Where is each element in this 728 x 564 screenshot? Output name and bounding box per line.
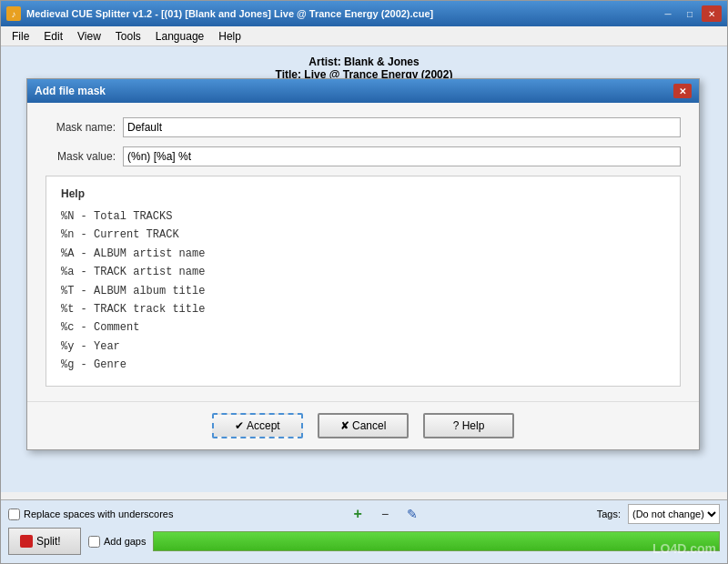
help-item-A: %A - ALBUM artist name bbox=[61, 245, 665, 263]
app-icon: ♪ bbox=[6, 6, 21, 21]
tags-select[interactable]: (Do not change) bbox=[628, 504, 720, 524]
help-section: Help %N - Total TRACKS %n - Current TRAC… bbox=[46, 176, 681, 387]
add-file-mask-dialog: Add file mask ✕ Mask name: Mask value: H… bbox=[26, 78, 700, 450]
dialog-body: Mask name: Mask value: Help %N - Total T… bbox=[27, 103, 699, 401]
help-item-N: %N - Total TRACKS bbox=[61, 207, 665, 226]
dialog-title: Add file mask bbox=[35, 85, 106, 97]
title-bar-controls: ─ □ ✕ bbox=[658, 5, 722, 22]
menu-bar: File Edit View Tools Language Help bbox=[1, 26, 727, 46]
dialog-title-bar: Add file mask ✕ bbox=[27, 79, 699, 103]
add-mask-button[interactable]: + bbox=[348, 504, 368, 524]
mask-name-label: Mask name: bbox=[46, 121, 123, 134]
edit-mask-button[interactable]: ✎ bbox=[402, 504, 422, 524]
title-bar: ♪ Medieval CUE Splitter v1.2 - [(01) [Bl… bbox=[1, 1, 727, 26]
replace-spaces-label: Replace spaces with underscores bbox=[8, 509, 173, 520]
help-item-g: %g - Genre bbox=[61, 356, 665, 374]
menu-file[interactable]: File bbox=[5, 28, 36, 45]
window-close-button[interactable]: ✕ bbox=[702, 5, 722, 22]
split-icon bbox=[20, 535, 33, 548]
split-button[interactable]: Split! bbox=[8, 528, 81, 555]
help-item-y: %y - Year bbox=[61, 337, 665, 356]
menu-help[interactable]: Help bbox=[211, 28, 248, 45]
menu-tools[interactable]: Tools bbox=[108, 28, 148, 45]
minimize-button[interactable]: ─ bbox=[658, 5, 678, 22]
help-item-c: %c - Comment bbox=[61, 318, 665, 337]
help-button[interactable]: ? Help bbox=[423, 413, 514, 438]
mask-value-label: Mask value: bbox=[46, 150, 123, 163]
watermark: LO4D.com bbox=[652, 541, 716, 556]
bottom-row1: Replace spaces with underscores + − ✎ Ta… bbox=[8, 504, 720, 524]
menu-edit[interactable]: Edit bbox=[36, 28, 70, 45]
title-bar-left: ♪ Medieval CUE Splitter v1.2 - [(01) [Bl… bbox=[6, 6, 433, 21]
dialog-close-button[interactable]: ✕ bbox=[673, 84, 692, 98]
remove-mask-button[interactable]: − bbox=[375, 504, 395, 524]
help-item-t: %t - TRACK track title bbox=[61, 300, 665, 318]
progress-bar-container bbox=[153, 531, 720, 551]
accept-button[interactable]: ✔ Accept bbox=[212, 413, 303, 438]
main-window: ♪ Medieval CUE Splitter v1.2 - [(01) [Bl… bbox=[0, 0, 728, 564]
progress-bar bbox=[154, 532, 719, 550]
bottom-row2: Split! Add gaps LO4D.com bbox=[8, 528, 720, 555]
menu-language[interactable]: Language bbox=[148, 28, 211, 45]
mask-value-row: Mask value: bbox=[46, 146, 681, 166]
bottom-bar: Replace spaces with underscores + − ✎ Ta… bbox=[1, 499, 727, 563]
dialog-footer: ✔ Accept ✘ Cancel ? Help bbox=[27, 401, 699, 449]
add-gaps-label: Add gaps bbox=[88, 536, 146, 548]
cancel-button[interactable]: ✘ Cancel bbox=[318, 413, 409, 438]
help-item-a: %a - TRACK artist name bbox=[61, 263, 665, 281]
add-gaps-checkbox[interactable] bbox=[88, 536, 100, 548]
replace-spaces-checkbox[interactable] bbox=[8, 509, 20, 520]
menu-view[interactable]: View bbox=[70, 28, 108, 45]
help-section-title: Help bbox=[61, 187, 665, 200]
help-item-n: %n - Current TRACK bbox=[61, 226, 665, 244]
help-item-T: %T - ALBUM album title bbox=[61, 282, 665, 300]
mask-name-row: Mask name: bbox=[46, 117, 681, 137]
maximize-button[interactable]: □ bbox=[680, 5, 700, 22]
mask-name-input[interactable] bbox=[123, 117, 681, 137]
window-title: Medieval CUE Splitter v1.2 - [(01) [Blan… bbox=[26, 8, 433, 19]
mask-value-input[interactable] bbox=[123, 146, 681, 166]
tags-label: Tags: bbox=[597, 509, 621, 519]
artist-info: Artist: Blank & Jones bbox=[8, 55, 720, 68]
